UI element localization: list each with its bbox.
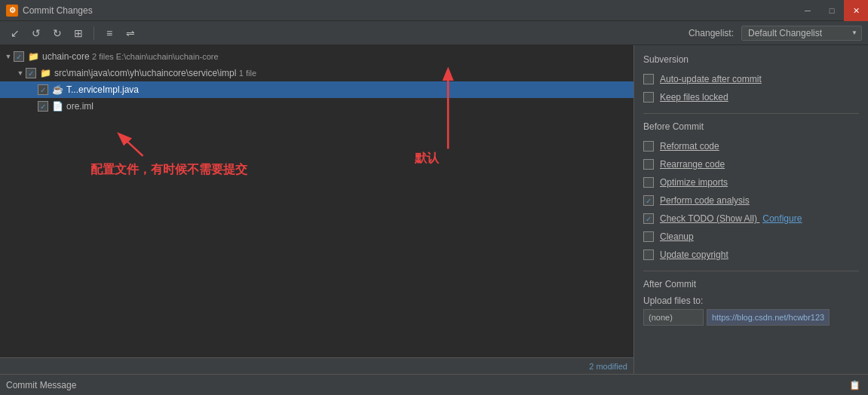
option-keep-locked: Keep files locked — [643, 89, 859, 106]
file-icon-file2: 📄 — [51, 100, 63, 112]
commit-message-label: Commit Message — [6, 380, 76, 390]
tree-arrow-src: ▼ — [15, 69, 26, 77]
checkbox-rearrange-code[interactable] — [643, 159, 654, 170]
tree-checkbox-root[interactable]: ✓ — [14, 51, 24, 62]
content-area: ▼ ✓ 📁 uchain-core 2 files E:\chain\uchai… — [0, 45, 868, 374]
label-cleanup[interactable]: Cleanup — [660, 231, 694, 242]
window-controls: ─ □ ✕ — [796, 0, 868, 21]
option-cleanup: Cleanup — [643, 228, 859, 245]
collapse-all-button[interactable]: ≡ — [100, 24, 118, 42]
upload-row: (none) https://blog.csdn.net/hcwbr123 — [643, 309, 859, 326]
label-rearrange-code[interactable]: Rearrange code — [660, 159, 725, 170]
label-keep-locked[interactable]: Keep files locked — [660, 92, 728, 103]
option-optimize-imports: Optimize imports — [643, 174, 859, 191]
upload-label: Upload files to: — [643, 295, 859, 306]
label-update-copyright[interactable]: Update copyright — [660, 250, 728, 260]
annotation-chinese: 配置文件，有时候不需要提交 — [90, 162, 247, 178]
tree-label-file2: ore.iml — [66, 101, 94, 112]
annotation-default: 默认 — [415, 151, 439, 167]
tree-item-file2[interactable]: ✓ 📄 ore.iml — [0, 98, 633, 115]
commit-icon-button[interactable]: 📋 — [847, 378, 862, 393]
minimize-button[interactable]: ─ — [796, 0, 820, 21]
tree-label-file1: T...erviceImpl.java — [66, 84, 139, 95]
tree-checkbox-file2[interactable]: ✓ — [38, 101, 48, 112]
changelist-wrapper: Default Changelist — [741, 26, 862, 41]
right-panel: Subversion Auto-update after commit Keep… — [634, 45, 868, 374]
close-button[interactable]: ✕ — [844, 0, 868, 21]
after-commit-section: After Commit Upload files to: (none) htt… — [643, 279, 859, 326]
tree-label-root: uchain-core 2 files E:\chain\uchain\ucha… — [42, 51, 219, 62]
toolbar-separator-1 — [94, 26, 94, 40]
label-check-todo[interactable]: Check TODO (Show All) Configure — [660, 213, 802, 224]
app-icon: ⚙ — [6, 5, 18, 17]
option-reformat-code: Reformat code — [643, 138, 859, 155]
title-bar: ⚙ Commit Changes ─ □ ✕ — [0, 0, 868, 21]
checkbox-update-copyright[interactable] — [643, 250, 654, 260]
checkbox-auto-update[interactable] — [643, 74, 654, 84]
move-down-button[interactable]: ↙ — [6, 24, 24, 42]
divider-1 — [643, 113, 859, 114]
left-panel: ▼ ✓ 📁 uchain-core 2 files E:\chain\uchai… — [0, 45, 634, 374]
subversion-title: Subversion — [643, 54, 859, 65]
upload-select-box[interactable]: (none) — [643, 309, 704, 326]
label-optimize-imports[interactable]: Optimize imports — [660, 177, 728, 188]
toolbar: ↙ ↺ ↻ ⊞ ≡ ⇌ Changelist: Default Changeli… — [0, 21, 868, 45]
tree-label-src: src\main\java\com\yh\uchaincore\service\… — [54, 68, 256, 78]
option-perform-code-analysis: ✓ Perform code analysis — [643, 192, 859, 209]
tree-checkbox-src[interactable]: ✓ — [26, 68, 36, 78]
status-modified: 2 modified — [589, 362, 627, 371]
url-box: https://blog.csdn.net/hcwbr123 — [707, 309, 830, 326]
changelist-label: Changelist: — [689, 28, 734, 38]
undo-button[interactable]: ↺ — [27, 24, 45, 42]
divider-2 — [643, 271, 859, 271]
label-auto-update[interactable]: Auto-update after commit — [660, 74, 762, 84]
checkbox-cleanup[interactable] — [643, 231, 654, 242]
java-icon-file1: ☕ — [51, 84, 63, 96]
tree-arrow-root: ▼ — [3, 53, 14, 60]
after-commit-title: After Commit — [643, 279, 859, 289]
checkbox-perform-code-analysis[interactable]: ✓ — [643, 195, 654, 206]
window-title: Commit Changes — [23, 5, 93, 16]
option-auto-update: Auto-update after commit — [643, 71, 859, 87]
refresh-button[interactable]: ↻ — [48, 24, 66, 42]
option-check-todo: ✓ Check TODO (Show All) Configure — [643, 210, 859, 227]
main-container: ↙ ↺ ↻ ⊞ ≡ ⇌ Changelist: Default Changeli… — [0, 21, 868, 395]
expand-all-button[interactable]: ⇌ — [121, 24, 140, 42]
option-rearrange-code: Rearrange code — [643, 156, 859, 173]
folder-icon-src: 📁 — [39, 67, 51, 79]
option-update-copyright: Update copyright — [643, 246, 859, 263]
label-reformat-code[interactable]: Reformat code — [660, 141, 719, 152]
tree-item-file1[interactable]: ✓ ☕ T...erviceImpl.java — [0, 81, 633, 98]
tree-checkbox-file1[interactable]: ✓ — [38, 84, 48, 95]
tree-item-src[interactable]: ▼ ✓ 📁 src\main\java\com\yh\uchaincore\se… — [0, 65, 633, 81]
bottom-bar: Commit Message 📋 — [0, 374, 868, 395]
folder-icon-root: 📁 — [27, 51, 39, 63]
changelist-dropdown[interactable]: Default Changelist — [741, 26, 862, 41]
tree-item-root[interactable]: ▼ ✓ 📁 uchain-core 2 files E:\chain\uchai… — [0, 48, 633, 65]
checkbox-reformat-code[interactable] — [643, 141, 654, 152]
checkbox-optimize-imports[interactable] — [643, 177, 654, 188]
maximize-button[interactable]: □ — [820, 0, 844, 21]
checkbox-check-todo[interactable]: ✓ — [643, 213, 654, 224]
before-commit-title: Before Commit — [643, 121, 859, 132]
file-tree: ▼ ✓ 📁 uchain-core 2 files E:\chain\uchai… — [0, 45, 633, 118]
svg-line-1 — [120, 134, 143, 155]
checkbox-keep-locked[interactable] — [643, 92, 654, 103]
label-perform-code-analysis[interactable]: Perform code analysis — [660, 195, 750, 206]
configure-link[interactable]: Configure — [762, 213, 802, 224]
group-button[interactable]: ⊞ — [69, 24, 87, 42]
